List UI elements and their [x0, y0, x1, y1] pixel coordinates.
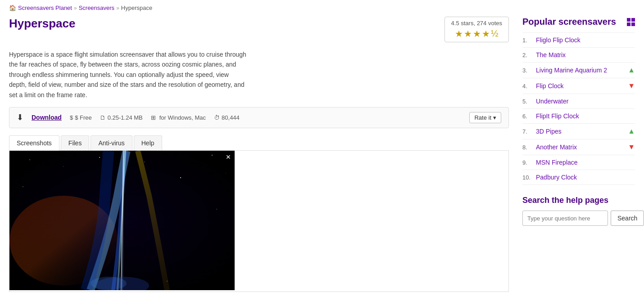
search-input[interactable]	[522, 211, 608, 226]
popular-section-title: Popular screensavers	[522, 17, 635, 27]
arrow-down-icon-8: ▼	[628, 143, 635, 151]
screenshot-image	[9, 151, 235, 290]
popular-item-link-2[interactable]: The Matrix	[536, 51, 635, 58]
clock-icon: ⏱	[214, 114, 220, 121]
arrow-up-icon-3: ▲	[628, 66, 635, 74]
list-item: 3. Living Marine Aquarium 2 ▲	[522, 63, 635, 78]
home-icon: 🏠	[9, 4, 16, 11]
list-item: 6. FlipIt Flip Clock	[522, 109, 635, 124]
svg-point-4	[144, 161, 145, 162]
popular-item-link-9[interactable]: MSN Fireplace	[536, 159, 635, 166]
tab-antivirus[interactable]: Anti-virus	[91, 135, 132, 150]
item-num-3: 3.	[522, 67, 532, 74]
svg-point-6	[226, 173, 226, 173]
download-link[interactable]: Download	[32, 114, 62, 121]
popular-item-link-4[interactable]: Flip Clock	[536, 82, 624, 90]
list-item: 1. Fliglo Flip Clock	[522, 33, 635, 48]
download-bar: ⬇ Download $ $ Free 🗋 0.25-1.24 MB ⊞ for…	[9, 107, 509, 128]
list-item: 9. MSN Fireplace	[522, 155, 635, 170]
list-item: 5. Underwater	[522, 94, 635, 109]
breadcrumb: 🏠 Screensavers Planet » Screensavers » H…	[9, 4, 635, 11]
list-item: 8. Another Matrix ▼	[522, 139, 635, 155]
screenshot-wrapper: ✕	[9, 151, 235, 292]
tab-files[interactable]: Files	[61, 135, 90, 150]
breadcrumb-home[interactable]: Screensavers Planet	[18, 4, 72, 11]
windows-icon: ⊞	[151, 114, 156, 121]
page-title: Hyperspace	[9, 17, 75, 31]
platform-meta: ⊞ for Windows, Mac	[151, 114, 206, 121]
popular-item-link-6[interactable]: FlipIt Flip Clock	[536, 112, 635, 120]
popular-list: 1. Fliglo Flip Clock 2. The Matrix 3. Li…	[522, 32, 635, 185]
item-num-2: 2.	[522, 52, 532, 58]
svg-point-5	[212, 155, 213, 156]
rate-button[interactable]: Rate it ▾	[469, 112, 501, 123]
star-2: ★	[464, 28, 472, 39]
title-area: Hyperspace 4.5 stars, 274 votes ★ ★ ★ ★ …	[9, 17, 509, 42]
tab-help[interactable]: Help	[134, 135, 162, 150]
list-item: 10. Padbury Clock	[522, 170, 635, 185]
size-meta: 🗋 0.25-1.24 MB	[100, 114, 143, 121]
breadcrumb-sep-1: »	[74, 5, 77, 11]
file-icon: 🗋	[100, 114, 106, 121]
price-label: $ Free	[75, 114, 92, 121]
popular-item-link-3[interactable]: Living Marine Aquarium 2	[536, 67, 624, 74]
downloads-count: 80,444	[222, 114, 240, 121]
popular-item-link-10[interactable]: Padbury Clock	[536, 174, 635, 181]
svg-point-3	[99, 157, 100, 158]
price-meta: $ $ Free	[70, 114, 92, 121]
rating-box: 4.5 stars, 274 votes ★ ★ ★ ★ ½	[444, 17, 509, 42]
description-text: Hyperspace is a space flight simulation …	[9, 49, 248, 100]
arrow-up-icon-7: ▲	[628, 127, 635, 135]
search-button[interactable]: Search	[611, 211, 644, 226]
item-num-9: 9.	[522, 159, 532, 166]
svg-point-1	[29, 159, 30, 160]
item-num-1: 1.	[522, 37, 532, 44]
popular-title-text: Popular screensavers	[522, 17, 616, 27]
popular-item-link-1[interactable]: Fliglo Flip Clock	[536, 36, 635, 44]
popular-item-link-8[interactable]: Another Matrix	[536, 144, 624, 151]
list-item: 4. Flip Clock ▼	[522, 78, 635, 94]
svg-point-9	[216, 209, 217, 209]
svg-point-7	[23, 186, 23, 187]
download-icon: ⬇	[17, 112, 23, 122]
breadcrumb-screensavers[interactable]: Screensavers	[79, 4, 114, 11]
star-1: ★	[455, 28, 463, 39]
main-content: Hyperspace 4.5 stars, 274 votes ★ ★ ★ ★ …	[9, 17, 509, 296]
svg-point-8	[180, 177, 181, 178]
downloads-meta: ⏱ 80,444	[214, 114, 240, 121]
item-num-6: 6.	[522, 113, 532, 120]
item-num-8: 8.	[522, 144, 532, 151]
rate-label: Rate it	[474, 114, 491, 121]
dollar-icon: $	[70, 114, 73, 121]
size-label: 0.25-1.24 MB	[108, 114, 143, 121]
item-num-4: 4.	[522, 83, 532, 90]
rating-label: 4.5 stars, 274 votes	[451, 20, 502, 27]
svg-point-2	[63, 166, 63, 166]
item-num-10: 10.	[522, 174, 532, 181]
star-5: ½	[491, 28, 499, 39]
search-title: Search the help pages	[522, 196, 635, 205]
grid-icon	[627, 18, 635, 26]
list-item: 2. The Matrix	[522, 48, 635, 63]
content-tabs: Screenshots Files Anti-virus Help	[9, 135, 509, 151]
stars-display: ★ ★ ★ ★ ½	[451, 28, 502, 39]
right-sidebar: Popular screensavers 1. Fliglo Flip Cloc…	[522, 17, 635, 296]
star-3: ★	[473, 28, 481, 39]
platform-label: for Windows, Mac	[159, 114, 206, 121]
item-num-7: 7.	[522, 128, 532, 135]
popular-item-link-7[interactable]: 3D Pipes	[536, 128, 624, 135]
screenshot-area: ✕	[9, 151, 509, 292]
list-item: 7. 3D Pipes ▲	[522, 124, 635, 139]
rate-chevron: ▾	[493, 114, 496, 121]
breadcrumb-current: Hyperspace	[121, 4, 152, 11]
tab-screenshots[interactable]: Screenshots	[9, 135, 59, 151]
star-4: ★	[482, 28, 490, 39]
search-section: Search the help pages Search	[522, 196, 635, 226]
item-num-5: 5.	[522, 98, 532, 105]
search-row: Search	[522, 211, 635, 226]
breadcrumb-sep-2: »	[116, 5, 119, 11]
svg-point-13	[91, 277, 127, 290]
screenshot-close-button[interactable]: ✕	[224, 152, 233, 161]
popular-item-link-5[interactable]: Underwater	[536, 98, 635, 105]
arrow-down-icon-4: ▼	[628, 82, 635, 90]
